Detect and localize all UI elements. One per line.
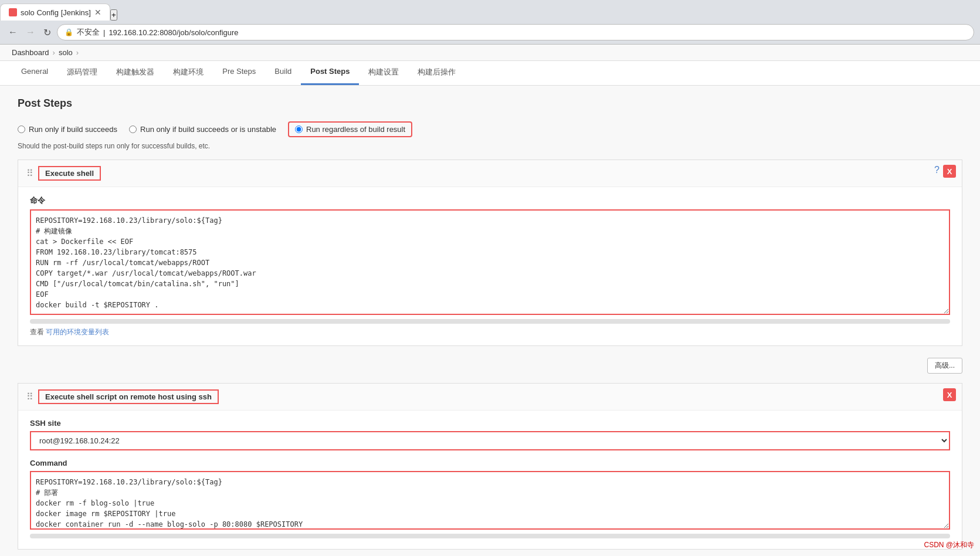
scroll-hint-ssh[interactable] xyxy=(30,534,950,538)
url-text: | xyxy=(103,28,105,37)
ssh-close-btn[interactable]: X xyxy=(943,388,956,401)
advanced-btn[interactable]: 高级... xyxy=(927,358,962,374)
radio-regardless-input[interactable] xyxy=(295,126,303,133)
active-tab: solo Config [Jenkins] ✕ xyxy=(0,4,110,21)
radio-unstable[interactable]: Run only if build succeeds or is unstabl… xyxy=(129,125,276,134)
radio-unstable-input[interactable] xyxy=(129,126,137,133)
tab-presteps[interactable]: Pre Steps xyxy=(213,61,265,85)
back-btn[interactable]: ← xyxy=(6,26,20,39)
tab-triggers[interactable]: 构建触发器 xyxy=(107,61,164,85)
watermark: CSDN @沐和寺 xyxy=(924,540,974,550)
scroll-hint-shell[interactable] xyxy=(30,319,950,324)
tab-icon xyxy=(9,8,17,16)
breadcrumb-arrow1: › xyxy=(53,48,55,57)
lock-icon: 🔒 xyxy=(65,28,73,36)
forward-btn[interactable]: → xyxy=(23,26,38,39)
ssh-block-body: SSH site root@192.168.10.24:22 Command R… xyxy=(18,411,962,549)
main-content: Post Steps Run only if build succeeds Ru… xyxy=(0,86,980,556)
new-tab-btn[interactable]: + xyxy=(110,9,117,21)
breadcrumb-solo[interactable]: solo xyxy=(59,48,73,57)
shell-close-btn[interactable]: X xyxy=(943,165,956,178)
tab-close-btn[interactable]: ✕ xyxy=(94,8,101,17)
radio-help-text: Should the post-build steps run only for… xyxy=(18,142,962,150)
shell-help-icon[interactable]: ? xyxy=(934,165,940,175)
tab-source[interactable]: 源码管理 xyxy=(57,61,107,85)
env-link-anchor[interactable]: 可用的环境变量列表 xyxy=(46,328,109,336)
block-header-ssh: ⠿ Execute shell script on remote host us… xyxy=(18,384,962,411)
command-label: 命令 xyxy=(30,195,950,206)
execute-ssh-title: Execute shell script on remote host usin… xyxy=(38,389,219,404)
url-address: 192.168.10.22:8080/job/solo/configure xyxy=(108,28,238,37)
page-tabs: General 源码管理 构建触发器 构建环境 Pre Steps Build … xyxy=(0,61,980,86)
url-prefix: 不安全 xyxy=(77,27,100,38)
execute-shell-title: Execute shell xyxy=(38,166,101,181)
url-box[interactable]: 🔒 不安全 | 192.168.10.22:8080/job/solo/conf… xyxy=(57,24,974,40)
radio-unstable-label: Run only if build succeeds or is unstabl… xyxy=(140,125,276,134)
tab-poststeps[interactable]: Post Steps xyxy=(301,61,359,85)
reload-btn[interactable]: ↻ xyxy=(41,26,53,39)
ssh-site-label: SSH site xyxy=(30,419,950,428)
radio-succeeds-input[interactable] xyxy=(18,126,25,133)
shell-command-input[interactable]: REPOSITORY=192.168.10.23/library/solo:${… xyxy=(30,209,950,315)
env-link-prefix: 查看 xyxy=(30,328,46,336)
env-link: 查看 可用的环境变量列表 xyxy=(30,327,950,337)
tab-title: solo Config [Jenkins] xyxy=(21,8,91,17)
drag-handle-shell[interactable]: ⠿ xyxy=(26,168,33,179)
browser-chrome: solo Config [Jenkins] ✕ + ← → ↻ 🔒 不安全 | … xyxy=(0,0,980,45)
advanced-row: 高级... xyxy=(18,358,962,374)
ssh-site-select[interactable]: root@192.168.10.24:22 xyxy=(30,431,950,450)
page-title: Post Steps xyxy=(18,97,962,110)
tab-build[interactable]: Build xyxy=(265,61,301,85)
execute-ssh-block: ⠿ Execute shell script on remote host us… xyxy=(18,383,962,550)
tab-general[interactable]: General xyxy=(12,61,57,85)
tab-bar: solo Config [Jenkins] ✕ + xyxy=(0,0,980,21)
radio-succeeds[interactable]: Run only if build succeeds xyxy=(18,125,117,134)
breadcrumb: Dashboard › solo › xyxy=(0,45,980,61)
command-label-ssh: Command xyxy=(30,459,950,467)
breadcrumb-dashboard[interactable]: Dashboard xyxy=(12,48,49,57)
ssh-command-input[interactable]: REPOSITORY=192.168.10.23/library/solo:${… xyxy=(30,471,950,530)
tab-settings[interactable]: 构建设置 xyxy=(359,61,408,85)
radio-regardless[interactable]: Run regardless of build result xyxy=(288,121,412,137)
radio-group: Run only if build succeeds Run only if b… xyxy=(18,121,962,137)
execute-shell-block: ⠿ Execute shell X ? 命令 REPOSITORY=192.16… xyxy=(18,160,962,346)
breadcrumb-arrow2: › xyxy=(76,48,79,57)
tab-env[interactable]: 构建环境 xyxy=(164,61,213,85)
shell-block-body: 命令 REPOSITORY=192.168.10.23/library/solo… xyxy=(18,187,962,345)
radio-succeeds-label: Run only if build succeeds xyxy=(29,125,117,134)
drag-handle-ssh[interactable]: ⠿ xyxy=(26,391,33,402)
radio-regardless-label: Run regardless of build result xyxy=(306,125,405,134)
block-header-shell: ⠿ Execute shell xyxy=(18,160,962,187)
address-bar: ← → ↻ 🔒 不安全 | 192.168.10.22:8080/job/sol… xyxy=(0,21,980,44)
tab-postbuild[interactable]: 构建后操作 xyxy=(408,61,465,85)
